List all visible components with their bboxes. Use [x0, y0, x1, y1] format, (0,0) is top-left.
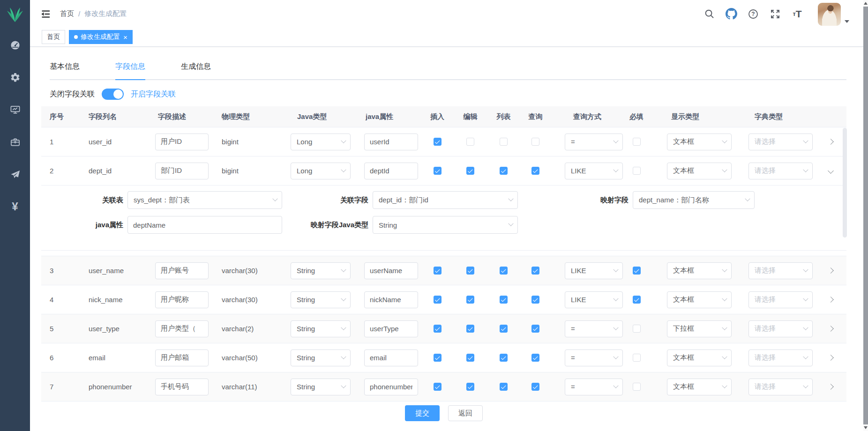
java-type-select[interactable]: String	[291, 320, 351, 337]
java-attr-input[interactable]	[364, 262, 418, 279]
help-button[interactable]: ?	[747, 8, 759, 20]
java-type-select[interactable]: String	[291, 291, 351, 308]
list-checkbox[interactable]	[500, 267, 508, 275]
field-desc-input[interactable]	[155, 163, 209, 179]
relation-field-select[interactable]: dept_id：部门id	[373, 191, 518, 209]
sidebar-item-pay[interactable]: ¥	[9, 201, 21, 212]
list-checkbox[interactable]	[500, 325, 508, 333]
list-checkbox[interactable]	[500, 167, 508, 175]
java-type-select[interactable]: Long	[291, 134, 351, 150]
scrollbar-up-arrow[interactable]	[863, 0, 868, 7]
required-checkbox[interactable]	[633, 167, 641, 175]
app-logo[interactable]	[0, 0, 30, 30]
dict-type-select[interactable]: 请选择	[748, 163, 813, 179]
insert-checkbox[interactable]	[434, 325, 441, 333]
close-icon[interactable]: ×	[123, 34, 127, 41]
field-desc-input[interactable]	[155, 262, 209, 279]
list-checkbox[interactable]	[500, 296, 508, 304]
field-desc-input[interactable]	[155, 349, 209, 366]
sidebar-item-dashboard[interactable]	[9, 39, 21, 51]
field-desc-input[interactable]	[155, 291, 209, 308]
display-type-select[interactable]: 文本框	[667, 349, 732, 366]
display-type-select[interactable]: 文本框	[667, 134, 732, 150]
field-relation-switch[interactable]	[102, 89, 124, 100]
required-checkbox[interactable]	[633, 296, 641, 304]
query-checkbox[interactable]	[531, 296, 539, 304]
query-type-select[interactable]: LIKE	[565, 262, 623, 279]
java-attr-input[interactable]	[364, 163, 418, 179]
display-type-select[interactable]: 下拉框	[667, 320, 732, 337]
tag-home[interactable]: 首页	[42, 30, 65, 44]
dict-type-select[interactable]: 请选择	[748, 349, 813, 366]
tab-gen-info[interactable]: 生成信息	[181, 62, 211, 72]
tab-field-info[interactable]: 字段信息	[115, 62, 145, 72]
java-type-select[interactable]: String	[291, 379, 351, 395]
row-expand-arrow[interactable]	[828, 297, 834, 303]
query-type-select[interactable]: LIKE	[565, 163, 623, 179]
sidebar-fold-button[interactable]	[39, 8, 52, 20]
github-button[interactable]	[725, 8, 737, 20]
java-attr-input[interactable]	[364, 379, 418, 395]
user-menu[interactable]	[818, 2, 849, 26]
scrollbar-down-arrow[interactable]	[863, 424, 868, 431]
sidebar-item-tool[interactable]	[9, 136, 21, 148]
mapping-java-type-select[interactable]: String	[373, 216, 518, 234]
row-expand-arrow[interactable]	[828, 139, 834, 145]
insert-checkbox[interactable]	[434, 383, 441, 391]
edit-checkbox[interactable]	[466, 354, 474, 362]
table-scrollbar-thumb[interactable]	[843, 128, 847, 238]
display-type-select[interactable]: 文本框	[667, 163, 732, 179]
page-scrollbar[interactable]	[863, 0, 868, 431]
query-type-select[interactable]: LIKE	[565, 291, 623, 308]
font-size-button[interactable]: тT	[791, 8, 803, 20]
edit-checkbox[interactable]	[466, 138, 474, 146]
edit-checkbox[interactable]	[466, 167, 474, 175]
query-type-select[interactable]: =	[565, 134, 623, 150]
required-checkbox[interactable]	[633, 354, 641, 362]
relation-table-select[interactable]: sys_dept：部门表	[127, 191, 282, 209]
row-expand-arrow[interactable]	[828, 268, 834, 274]
java-attr-input[interactable]	[364, 349, 418, 366]
insert-checkbox[interactable]	[434, 267, 441, 275]
list-checkbox[interactable]	[500, 354, 508, 362]
dict-type-select[interactable]: 请选择	[748, 320, 813, 337]
dict-type-select[interactable]: 请选择	[748, 262, 813, 279]
query-type-select[interactable]: =	[565, 320, 623, 337]
query-checkbox[interactable]	[531, 267, 539, 275]
edit-checkbox[interactable]	[466, 325, 474, 333]
row-expand-arrow[interactable]	[828, 355, 834, 361]
query-checkbox[interactable]	[531, 325, 539, 333]
edit-checkbox[interactable]	[466, 267, 474, 275]
scrollbar-thumb[interactable]	[863, 7, 868, 424]
tag-current-page[interactable]: 修改生成配置 ×	[69, 30, 133, 44]
search-button[interactable]	[703, 8, 715, 20]
insert-checkbox[interactable]	[434, 354, 441, 362]
java-type-select[interactable]: Long	[291, 163, 351, 179]
dict-type-select[interactable]: 请选择	[748, 134, 813, 150]
fullscreen-button[interactable]	[769, 8, 781, 20]
sidebar-item-monitor[interactable]	[9, 104, 21, 115]
query-type-select[interactable]: =	[565, 349, 623, 366]
required-checkbox[interactable]	[633, 138, 641, 146]
dict-type-select[interactable]: 请选择	[748, 291, 813, 308]
query-type-select[interactable]: =	[565, 379, 623, 395]
required-checkbox[interactable]	[633, 383, 641, 391]
dict-type-select[interactable]: 请选择	[748, 379, 813, 395]
display-type-select[interactable]: 文本框	[667, 262, 732, 279]
required-checkbox[interactable]	[633, 325, 641, 333]
query-checkbox[interactable]	[531, 167, 539, 175]
query-checkbox[interactable]	[531, 354, 539, 362]
field-desc-input[interactable]	[155, 134, 209, 150]
sidebar-item-guide[interactable]	[9, 169, 21, 180]
list-checkbox[interactable]	[500, 383, 508, 391]
field-desc-input[interactable]	[155, 379, 209, 395]
submit-button[interactable]: 提交	[405, 405, 440, 421]
breadcrumb-home[interactable]: 首页	[60, 9, 74, 18]
query-checkbox[interactable]	[531, 138, 539, 146]
mapping-java-attr-input[interactable]	[127, 216, 282, 234]
row-expand-arrow[interactable]	[828, 384, 834, 390]
row-expand-arrow[interactable]	[828, 326, 834, 332]
java-type-select[interactable]: String	[291, 349, 351, 366]
query-checkbox[interactable]	[531, 383, 539, 391]
back-button[interactable]: 返回	[448, 405, 483, 421]
